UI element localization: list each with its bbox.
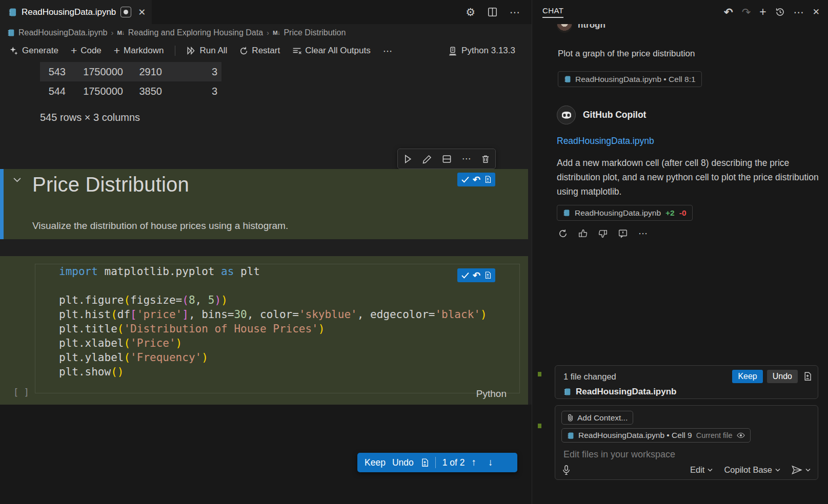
restart-button[interactable]: Restart <box>235 44 284 58</box>
keep-all-button[interactable]: Keep <box>365 457 386 468</box>
retry-icon[interactable] <box>558 229 568 238</box>
accept-change-icon[interactable] <box>461 272 469 279</box>
mode-picker[interactable]: Edit <box>690 465 713 475</box>
chat-input-placeholder[interactable]: Edit files in your workspace <box>563 449 812 460</box>
next-change-icon[interactable]: ↓ <box>488 457 493 468</box>
add-code-button[interactable]: +Code <box>67 43 106 59</box>
tab-modified-indicator[interactable] <box>120 7 131 17</box>
discard-change-icon[interactable]: ↶ <box>473 270 480 281</box>
user-name: ntrogh <box>578 24 605 30</box>
breadcrumb-file[interactable]: ReadHousingData.ipynb <box>18 28 107 37</box>
modified-region-mark <box>538 424 541 428</box>
deletions-count: -0 <box>679 208 686 218</box>
code-editor[interactable]: import matplotlib.pyplot as plt plt.figu… <box>59 264 487 379</box>
code-line: plt.figure(figsize=(8, 5)) <box>59 293 487 307</box>
modified-region-mark <box>538 372 541 376</box>
response-feedback-bar: ⋯ <box>558 228 828 239</box>
copilot-avatar <box>557 106 576 124</box>
context-reference-pill[interactable]: ReadHousingData.ipynb • Cell 8:1 <box>558 71 702 87</box>
editor-tab-bar: ReadHousingData.ipynb ✕ ⚙ ⋯ <box>0 0 532 24</box>
split-editor-icon[interactable] <box>488 7 497 17</box>
send-icon <box>792 465 802 475</box>
settings-gear-icon[interactable]: ⚙ <box>466 6 475 18</box>
changed-file-pill[interactable]: ReadHousingData.ipynb +2 -0 <box>557 205 693 221</box>
chat-panel: CHAT ↶ ↷ + ⋯ ✕ ntrogh Plot a graph of th… <box>532 0 828 504</box>
chevron-down-icon <box>775 468 780 472</box>
chat-input-box[interactable]: Add Context... ReadHousingData.ipynb • C… <box>555 405 818 480</box>
cell-language-label[interactable]: Python <box>476 388 507 400</box>
kernel-label: Python 3.13.3 <box>461 46 515 56</box>
chevron-down-icon <box>708 468 713 472</box>
view-diff-icon[interactable] <box>484 271 491 279</box>
breadcrumb-subsection[interactable]: Price Distribution <box>284 28 346 37</box>
thumbs-down-icon[interactable] <box>598 229 608 238</box>
report-issue-icon[interactable] <box>618 229 628 238</box>
chat-more-icon[interactable]: ⋯ <box>794 6 804 18</box>
add-context-button[interactable]: Add Context... <box>561 411 633 425</box>
table-row[interactable]: 543 1750000 2910 3 <box>40 62 221 81</box>
collapse-cell-icon[interactable] <box>13 177 21 182</box>
notebook-toolbar: Generate +Code +Markdown Run All Restart <box>0 41 532 60</box>
run-all-button[interactable]: Run All <box>183 44 231 58</box>
assistant-message: Add a new markdown cell (after cell 8) d… <box>557 156 821 199</box>
send-button[interactable] <box>792 465 811 475</box>
code-line <box>59 279 487 293</box>
code-line: import matplotlib.pyplot as plt <box>59 264 487 279</box>
kernel-icon <box>448 46 457 56</box>
delete-cell-icon[interactable] <box>481 154 490 164</box>
tab-close-icon[interactable]: ✕ <box>138 7 146 18</box>
redo-chat-icon[interactable]: ↷ <box>742 6 751 18</box>
chat-history-icon[interactable] <box>775 7 785 17</box>
keep-button[interactable]: Keep <box>732 370 762 383</box>
more-feedback-icon[interactable]: ⋯ <box>638 228 648 239</box>
markdown-cell[interactable]: Price Distribution Visualize the distrib… <box>0 169 528 239</box>
run-cell-icon[interactable] <box>403 154 413 164</box>
chat-tab[interactable]: CHAT <box>542 6 563 18</box>
markdown-cell-icon: M↓ <box>273 30 280 36</box>
tab-readhousingdata[interactable]: ReadHousingData.ipynb ✕ <box>0 0 152 24</box>
new-chat-icon[interactable]: + <box>759 5 766 19</box>
add-markdown-button[interactable]: +Markdown <box>110 43 168 59</box>
file-link[interactable]: ReadHousingData.ipynb <box>557 136 828 146</box>
code-line: plt.xlabel('Price') <box>59 336 487 350</box>
code-cell[interactable]: import matplotlib.pyplot as plt plt.figu… <box>0 256 528 405</box>
previous-change-icon[interactable]: ↑ <box>472 457 477 468</box>
toolbar-more-icon[interactable]: ⋯ <box>379 43 397 59</box>
view-diff-icon[interactable] <box>484 176 491 183</box>
generate-button[interactable]: Generate <box>5 44 63 58</box>
view-diff-icon[interactable] <box>420 458 429 467</box>
code-line: plt.ylabel('Frequency') <box>59 350 487 365</box>
changed-file-row[interactable]: ReadHousingData.ipynb <box>563 387 812 397</box>
edit-cell-icon[interactable] <box>422 154 432 164</box>
run-all-icon <box>187 46 196 55</box>
notebook-file-icon <box>564 75 571 83</box>
code-line: plt.show() <box>59 365 487 379</box>
notebook-file-icon <box>563 388 571 396</box>
chat-conversation[interactable]: ntrogh Plot a graph of the price distrib… <box>532 24 828 504</box>
microphone-icon[interactable] <box>562 465 570 475</box>
close-panel-icon[interactable]: ✕ <box>813 7 820 17</box>
thumbs-up-icon[interactable] <box>578 229 588 238</box>
breadcrumb: ReadHousingData.ipynb › M↓ Reading and E… <box>0 24 532 41</box>
kernel-picker[interactable]: Python 3.13.3 <box>448 46 515 56</box>
table-row[interactable]: 544 1750000 3850 3 <box>40 81 221 101</box>
editor-more-actions-icon[interactable]: ⋯ <box>510 6 520 18</box>
divider <box>435 457 436 468</box>
attachment-pill[interactable]: ReadHousingData.ipynb • Cell 9 Current f… <box>561 428 751 443</box>
view-all-diffs-icon[interactable] <box>803 372 812 381</box>
eye-icon[interactable] <box>737 432 745 438</box>
split-cell-icon[interactable] <box>442 154 452 164</box>
model-picker[interactable]: Copilot Base <box>724 465 780 475</box>
undo-all-button[interactable]: Undo <box>392 457 414 468</box>
dataframe-output: 543 1750000 2910 3 544 1750000 3850 3 <box>40 62 221 101</box>
clear-outputs-button[interactable]: Clear All Outputs <box>288 44 375 58</box>
undo-chat-icon[interactable]: ↶ <box>724 6 733 18</box>
editor-pane: ReadHousingData.ipynb ✕ ⚙ ⋯ ReadHousingD… <box>0 0 532 504</box>
toolbar-divider <box>175 46 175 56</box>
cell-more-actions-icon[interactable]: ⋯ <box>462 153 471 164</box>
user-message: Plot a graph of the price distribution <box>558 49 828 59</box>
undo-button[interactable]: Undo <box>767 370 798 383</box>
accept-change-icon[interactable] <box>461 176 469 183</box>
discard-change-icon[interactable]: ↶ <box>473 174 480 185</box>
breadcrumb-section[interactable]: Reading and Exploring Housing Data <box>128 28 263 37</box>
